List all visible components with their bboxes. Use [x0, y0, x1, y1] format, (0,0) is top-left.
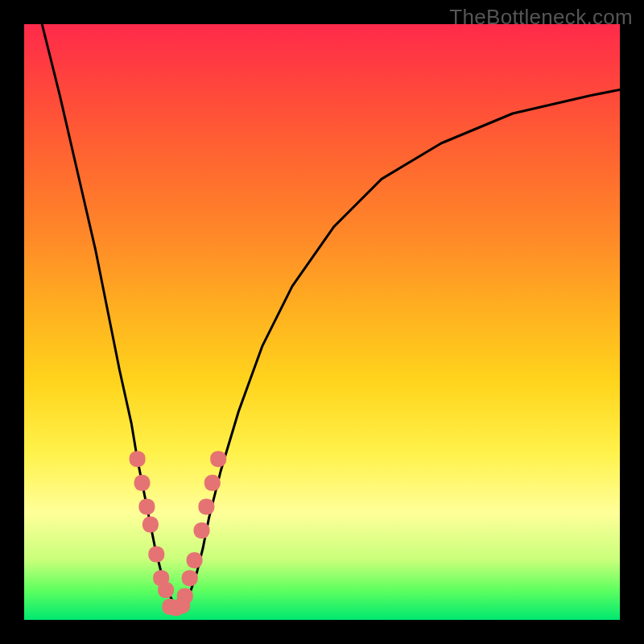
- marker-left-marker-cluster: [138, 498, 155, 514]
- marker-right-marker-cluster: [182, 570, 198, 586]
- marker-left-marker-cluster: [153, 570, 169, 586]
- marker-right-marker-cluster: [210, 451, 226, 467]
- curve-overlay: [24, 24, 620, 620]
- marker-left-marker-cluster: [148, 547, 164, 563]
- marker-right-marker-cluster: [204, 475, 221, 491]
- series-left-curve: [42, 24, 179, 608]
- marker-right-marker-cluster: [177, 588, 193, 604]
- plot-area: [24, 24, 620, 620]
- chart-frame: TheBottleneck.com: [0, 0, 644, 644]
- marker-right-marker-cluster: [198, 498, 214, 514]
- marker-bottom-marker-cluster: [162, 599, 178, 615]
- marker-left-marker-cluster: [158, 582, 174, 598]
- marker-bottom-marker-cluster: [168, 600, 184, 616]
- marker-left-marker-cluster: [134, 475, 151, 491]
- marker-bottom-marker-cluster: [174, 597, 190, 613]
- marker-right-marker-cluster: [194, 522, 210, 539]
- marker-left-marker-cluster: [130, 451, 146, 467]
- watermark-text: TheBottleneck.com: [449, 5, 633, 30]
- marker-left-marker-cluster: [142, 517, 159, 533]
- series-right-curve: [179, 89, 620, 608]
- marker-right-marker-cluster: [187, 552, 203, 568]
